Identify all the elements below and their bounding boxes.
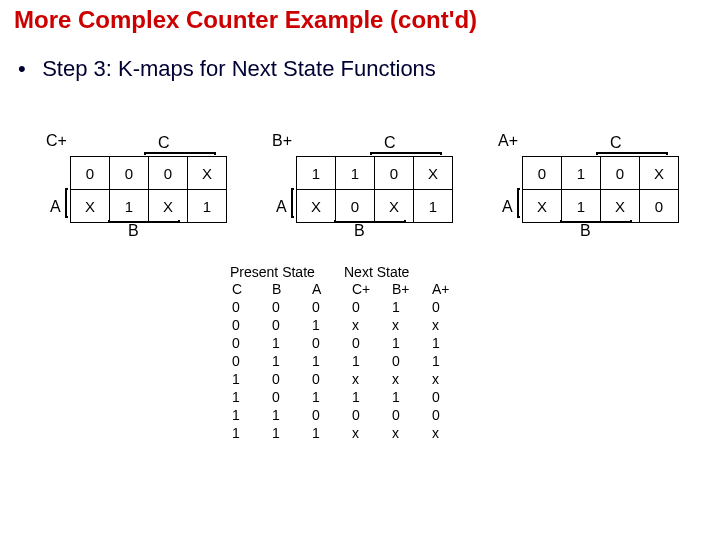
kmap-cell: 1: [562, 157, 601, 190]
cell: x: [430, 370, 470, 388]
kmap-cell: 1: [110, 190, 149, 223]
a-bracket: [65, 188, 68, 218]
col-header: B: [270, 280, 310, 298]
cell: 1: [310, 388, 350, 406]
next-state-header: Next State: [344, 264, 464, 280]
col-header: A: [310, 280, 350, 298]
b-bracket: [334, 220, 406, 223]
table-row: 0 1 1 1 0 1: [230, 352, 470, 370]
kmap-name: C+: [46, 132, 67, 150]
kmap-cell: 1: [562, 190, 601, 223]
col-header: C+: [350, 280, 390, 298]
cell: 1: [310, 316, 350, 334]
cell: 0: [430, 298, 470, 316]
a-label: A: [502, 198, 513, 216]
kmap-cell: X: [297, 190, 336, 223]
cell: 1: [350, 388, 390, 406]
cell: 0: [390, 406, 430, 424]
col-header: B+: [390, 280, 430, 298]
cell: x: [350, 424, 390, 442]
cell: 1: [270, 424, 310, 442]
kmap-grid: 0 1 0 X X 1 X 0: [522, 156, 679, 223]
cell: 0: [310, 334, 350, 352]
table-row: 0 0 0 0 1 0: [230, 298, 470, 316]
c-label: C: [610, 134, 622, 152]
cell: 0: [430, 406, 470, 424]
cell: 0: [270, 370, 310, 388]
kmap-cell: X: [71, 190, 110, 223]
cell: 0: [350, 334, 390, 352]
kmap-name: A+: [498, 132, 518, 150]
kmap-cell: X: [523, 190, 562, 223]
table-row: 0 0 1 x x x: [230, 316, 470, 334]
kmap-cell: 0: [375, 157, 414, 190]
col-header: C: [230, 280, 270, 298]
c-label: C: [158, 134, 170, 152]
cell: 1: [270, 352, 310, 370]
a-label: A: [50, 198, 61, 216]
a-label: A: [276, 198, 287, 216]
step-bullet: • Step 3: K-maps for Next State Function…: [18, 56, 436, 82]
kmap-cell: 0: [601, 157, 640, 190]
b-label: B: [128, 222, 139, 240]
table-row: 1 0 1 1 1 0: [230, 388, 470, 406]
a-bracket: [291, 188, 294, 218]
cell: 1: [430, 352, 470, 370]
c-bracket: [144, 152, 216, 155]
cell: 1: [310, 424, 350, 442]
cell: 0: [230, 316, 270, 334]
cell: 0: [310, 370, 350, 388]
b-label: B: [580, 222, 591, 240]
kmap-cell: X: [414, 157, 453, 190]
table-row: 0 1 0 0 1 1: [230, 334, 470, 352]
kmap-cell: 0: [640, 190, 679, 223]
cell: 0: [230, 298, 270, 316]
cell: 1: [350, 352, 390, 370]
slide-title: More Complex Counter Example (cont'd): [14, 6, 477, 34]
cell: 0: [270, 316, 310, 334]
kmap-cell: 0: [71, 157, 110, 190]
cell: 0: [350, 298, 390, 316]
c-bracket: [596, 152, 668, 155]
cell: 0: [230, 352, 270, 370]
kmap-cell: 0: [336, 190, 375, 223]
cell: x: [350, 370, 390, 388]
cell: x: [390, 424, 430, 442]
cell: 1: [230, 406, 270, 424]
b-bracket: [108, 220, 180, 223]
cell: 0: [310, 298, 350, 316]
kmap-cell: X: [601, 190, 640, 223]
b-bracket: [560, 220, 632, 223]
cell: 0: [350, 406, 390, 424]
cell: 0: [270, 298, 310, 316]
kmap-cell: 1: [188, 190, 227, 223]
kmap-cell: 0: [523, 157, 562, 190]
cell: x: [430, 316, 470, 334]
cell: 0: [430, 388, 470, 406]
cell: 0: [310, 406, 350, 424]
b-label: B: [354, 222, 365, 240]
cell: x: [390, 316, 430, 334]
kmap-cell: X: [149, 190, 188, 223]
table-row: 1 1 0 0 0 0: [230, 406, 470, 424]
c-bracket: [370, 152, 442, 155]
col-header: A+: [430, 280, 470, 298]
kmap-cell: X: [640, 157, 679, 190]
cell: 1: [390, 388, 430, 406]
cell: 0: [390, 352, 430, 370]
table-row: C B A C+ B+ A+: [230, 280, 470, 298]
cell: 1: [430, 334, 470, 352]
cell: 0: [270, 388, 310, 406]
c-label: C: [384, 134, 396, 152]
kmap-cell: X: [188, 157, 227, 190]
cell: 1: [230, 388, 270, 406]
table-row: 1 0 0 x x x: [230, 370, 470, 388]
kmap-grid: 0 0 0 X X 1 X 1: [70, 156, 227, 223]
kmap-cell: 1: [414, 190, 453, 223]
cell: 1: [310, 352, 350, 370]
kmap-cell: 0: [149, 157, 188, 190]
cell: 1: [270, 406, 310, 424]
kmap-cell: 0: [110, 157, 149, 190]
cell: 1: [230, 370, 270, 388]
kmap-cell: X: [375, 190, 414, 223]
